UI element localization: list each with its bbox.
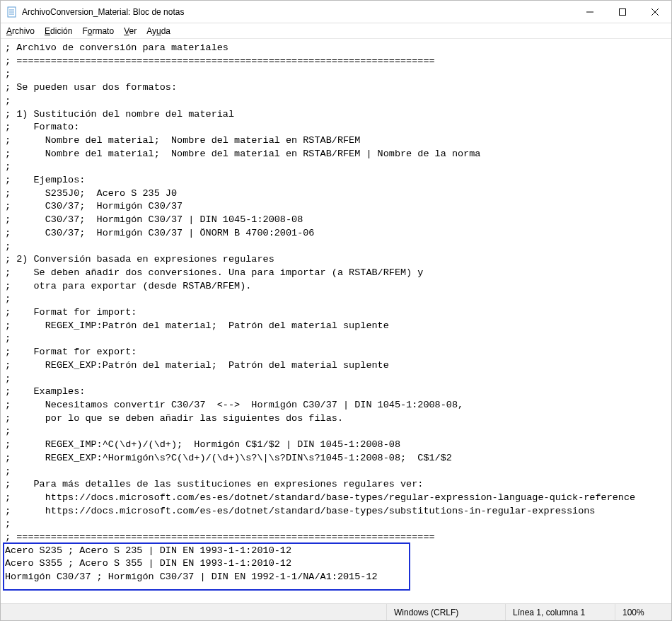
menu-format[interactable]: Formato (82, 26, 114, 36)
text-area[interactable]: ; Archivo de conversión para materiales … (1, 39, 671, 601)
svg-rect-5 (620, 8, 626, 15)
status-encoding: Windows (CRLF) (386, 604, 505, 620)
minimize-button[interactable] (574, 1, 606, 23)
status-bar: Windows (CRLF) Línea 1, columna 1 100% (1, 603, 671, 620)
menu-bar: Archivo Edición Formato Ver Ayuda (1, 23, 671, 39)
notepad-icon (6, 6, 18, 18)
window-controls (574, 1, 671, 23)
title-bar: ArchivoConversion_Material: Bloc de nota… (1, 1, 671, 23)
menu-view[interactable]: Ver (124, 26, 137, 36)
status-position: Línea 1, columna 1 (505, 604, 615, 620)
close-button[interactable] (639, 1, 671, 23)
maximize-button[interactable] (606, 1, 639, 23)
menu-edit[interactable]: Edición (45, 26, 72, 36)
menu-help[interactable]: Ayuda (146, 26, 170, 36)
window-title: ArchivoConversion_Material: Bloc de nota… (22, 7, 574, 17)
menu-file[interactable]: Archivo (6, 26, 35, 36)
status-zoom: 100% (615, 604, 671, 620)
editor-scroll[interactable]: ; Archivo de conversión para materiales … (1, 39, 671, 603)
